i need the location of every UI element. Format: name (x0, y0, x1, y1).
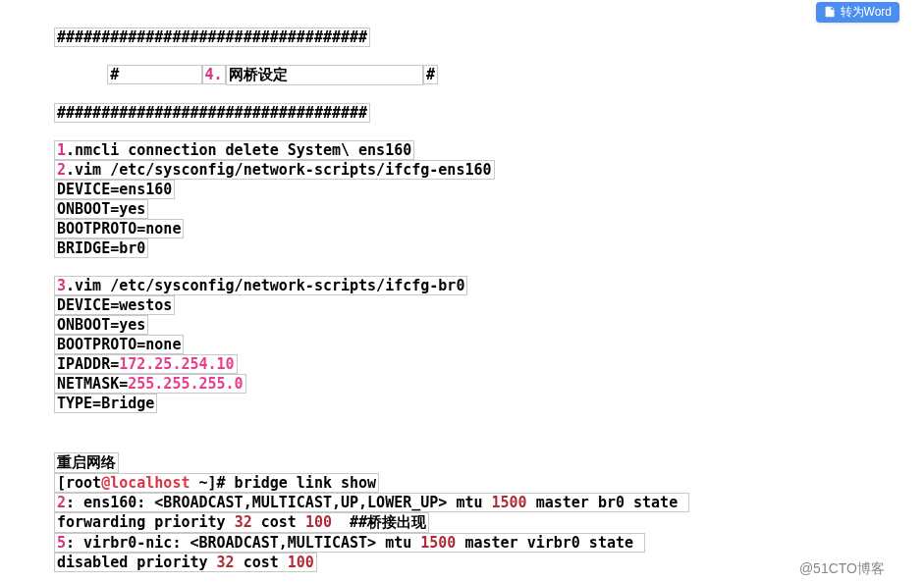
word-icon (824, 5, 837, 21)
restart-network: 重启网络 (54, 452, 119, 473)
hash-pad-left: # (107, 65, 201, 84)
device-westos: DEVICE=westos (54, 295, 175, 315)
section-title: 网桥设定 (226, 65, 423, 85)
fwd-priority: forwarding priority (57, 513, 235, 531)
if-virbr0: : virbr0-nic: <BROADCAST,MULTICAST> mtu (66, 534, 420, 552)
if-ens160: : ens160: <BROADCAST,MULTICAST,UP,LOWER_… (66, 494, 491, 511)
bootproto-key: BOOTPROTO (57, 220, 136, 238)
netmask-eq: = (119, 375, 128, 393)
hash-line-top: ################################### (54, 27, 370, 47)
watermark: @51CTO博客 (799, 560, 885, 578)
code-content: ################################### # 4.… (0, 0, 924, 572)
prompt-cmd: ~]# bridge link show (190, 474, 376, 492)
mtu-1500-a: 1500 (492, 494, 527, 511)
ipaddr-val: 172.25.254.10 (119, 355, 234, 373)
num-1: 1 (57, 141, 66, 159)
convert-label: 转为Word (841, 4, 892, 21)
onboot-val: =yes (110, 200, 145, 218)
section-number: 4. (202, 65, 226, 84)
ifindex-5: 5 (57, 534, 66, 552)
convert-to-word-button[interactable]: 转为Word (816, 2, 899, 23)
bridge-key: BRIDGE (57, 239, 110, 257)
if-ens160-tail: master br0 state (527, 494, 687, 511)
bootproto-val: =none (136, 220, 181, 238)
num-3: 3 (57, 277, 66, 294)
hash-line-bottom: ################################### (54, 103, 370, 123)
if-virbr0-tail: master virbr0 state (456, 534, 642, 552)
netmask-val: 255.255.255.0 (128, 375, 243, 393)
netmask-key: NETMASK (57, 375, 119, 393)
cmd-vim-br0: .vim /etc/sysconfig/network-scripts/ifcf… (66, 277, 464, 294)
cmd-vim-ens160: .vim /etc/sysconfig/network-scripts/ifcf… (66, 161, 491, 179)
bridge-comment: ##桥接出现 (332, 513, 426, 531)
type-bridge: TYPE=Bridge (54, 394, 157, 413)
num-2: 2 (57, 161, 66, 179)
cost-label-a: cost (252, 513, 305, 531)
prompt-open: [root (57, 474, 101, 492)
onboot-key-2: ONBOOT (57, 316, 110, 334)
ipaddr-key: IPADDR (57, 355, 110, 373)
device-ens160: DEVICE=ens160 (54, 180, 175, 199)
ifindex-2: 2 (57, 494, 66, 511)
bootproto-val-2: =none (136, 336, 181, 353)
prio-32-a: 32 (235, 513, 252, 531)
bootproto-key-2: BOOTPROTO (57, 336, 136, 353)
onboot-val-2: =yes (110, 316, 145, 334)
onboot-key: ONBOOT (57, 200, 110, 218)
cost-100-b: 100 (288, 554, 314, 571)
bridge-val: =br0 (110, 239, 145, 257)
cost-100-a: 100 (305, 513, 332, 531)
cost-label-b: cost (235, 554, 288, 571)
hash-pad-right: # (423, 65, 438, 84)
ipaddr-eq: = (110, 355, 119, 373)
prio-32-b: 32 (217, 554, 235, 571)
prompt-host: @localhost (101, 474, 190, 492)
cmd-nmcli: .nmcli connection delete System\ ens160 (66, 141, 411, 159)
disabled-priority: disabled priority (57, 554, 217, 571)
mtu-1500-b: 1500 (420, 534, 456, 552)
